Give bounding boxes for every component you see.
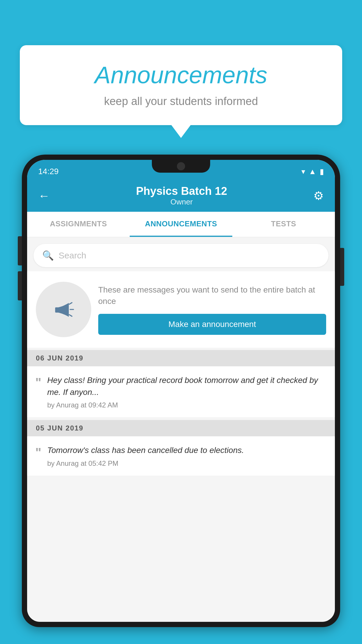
signal-icon: ▲ <box>309 167 316 176</box>
promo-icon-circle <box>36 282 91 337</box>
power-button <box>340 248 344 286</box>
bubble-title: Announcements <box>37 61 325 89</box>
tabs-bar: ASSIGNMENTS ANNOUNCEMENTS TESTS <box>27 212 335 237</box>
search-placeholder: Search <box>59 251 86 260</box>
date-label-2: 05 JUN 2019 <box>36 424 83 432</box>
tab-assignments[interactable]: ASSIGNMENTS <box>27 212 130 237</box>
megaphone-icon <box>50 296 77 323</box>
search-icon: 🔍 <box>42 250 54 261</box>
phone-mockup: 14:29 ▾ ▲ ▮ ← Physics Batch 12 Owner ⚙ <box>22 155 340 644</box>
announcement-meta-1: by Anurag at 09:42 AM <box>47 401 327 409</box>
settings-icon[interactable]: ⚙ <box>313 189 324 202</box>
announcement-item-2[interactable]: " Tomorrow's class has been cancelled du… <box>27 436 335 476</box>
svg-rect-0 <box>55 307 59 313</box>
search-bar[interactable]: 🔍 Search <box>34 244 328 267</box>
promo-description: These are messages you want to send to t… <box>98 284 326 307</box>
promo-content: These are messages you want to send to t… <box>98 284 326 335</box>
announcement-content-2: Tomorrow's class has been cancelled due … <box>47 444 327 468</box>
date-divider-1: 06 JUN 2019 <box>27 350 335 366</box>
app-header: ← Physics Batch 12 Owner ⚙ <box>27 180 335 212</box>
battery-icon: ▮ <box>320 167 324 176</box>
bubble-subtitle: keep all your students informed <box>37 95 325 108</box>
svg-line-3 <box>69 315 72 316</box>
speech-bubble-card: Announcements keep all your students inf… <box>20 45 342 125</box>
svg-line-1 <box>69 303 72 304</box>
volume-down-button <box>18 271 22 300</box>
screen-content: 🔍 Search <box>27 237 335 622</box>
volume-up-button <box>18 236 22 265</box>
status-icons: ▾ ▲ ▮ <box>301 167 324 176</box>
date-label-1: 06 JUN 2019 <box>36 354 83 362</box>
phone-camera <box>177 162 185 170</box>
tab-announcements[interactable]: ANNOUNCEMENTS <box>130 212 232 237</box>
announcement-meta-2: by Anurag at 05:42 PM <box>47 459 327 468</box>
speech-bubble-section: Announcements keep all your students inf… <box>20 45 342 125</box>
announcement-text-1: Hey class! Bring your practical record b… <box>47 374 327 398</box>
phone-notch <box>152 160 210 173</box>
date-divider-2: 05 JUN 2019 <box>27 420 335 436</box>
back-button[interactable]: ← <box>38 189 50 202</box>
promo-card: These are messages you want to send to t… <box>27 271 335 348</box>
tab-tests[interactable]: TESTS <box>232 212 335 237</box>
announcement-content-1: Hey class! Bring your practical record b… <box>47 374 327 409</box>
phone-screen: 14:29 ▾ ▲ ▮ ← Physics Batch 12 Owner ⚙ <box>27 160 335 622</box>
make-announcement-button[interactable]: Make an announcement <box>98 314 326 335</box>
phone-body: 14:29 ▾ ▲ ▮ ← Physics Batch 12 Owner ⚙ <box>22 155 340 627</box>
screen-layout: 14:29 ▾ ▲ ▮ ← Physics Batch 12 Owner ⚙ <box>27 160 335 622</box>
quote-icon-1: " <box>35 374 41 389</box>
header-subtitle: Owner <box>136 197 227 206</box>
header-title: Physics Batch 12 <box>136 185 227 197</box>
announcement-text-2: Tomorrow's class has been cancelled due … <box>47 444 327 456</box>
announcement-item-1[interactable]: " Hey class! Bring your practical record… <box>27 366 335 418</box>
header-center: Physics Batch 12 Owner <box>136 185 227 206</box>
quote-icon-2: " <box>35 444 41 459</box>
status-time: 14:29 <box>38 167 59 176</box>
wifi-icon: ▾ <box>301 167 305 176</box>
